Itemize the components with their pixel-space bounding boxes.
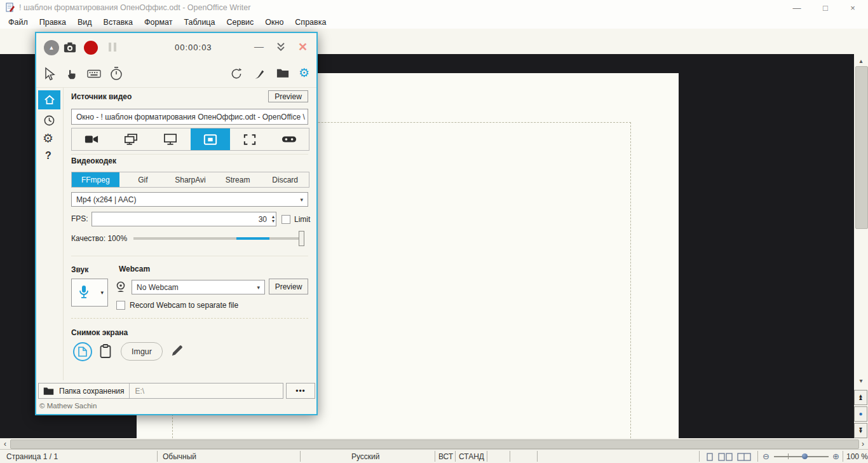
- record-webcam-label: Record Webcam to separate file: [130, 301, 238, 310]
- edit-pencil-icon[interactable]: [171, 344, 184, 357]
- scroll-right-button[interactable]: ›: [858, 439, 867, 448]
- codec-tab[interactable]: Gif: [119, 172, 167, 187]
- previous-page-button[interactable]: ▲▲: [854, 390, 867, 405]
- imgur-upload-button[interactable]: Imgur: [121, 342, 163, 361]
- sidebar-home-button[interactable]: [38, 90, 60, 109]
- horizontal-scrollbar-thumb[interactable]: [10, 439, 859, 449]
- help-button[interactable]: ?: [45, 150, 51, 162]
- source-region-button[interactable]: [230, 128, 269, 150]
- menu-item[interactable]: Формат: [139, 16, 178, 29]
- codec-tab[interactable]: Discard: [261, 172, 309, 187]
- pause-button[interactable]: [107, 43, 118, 54]
- video-codec-label: Видеокодек: [71, 156, 116, 165]
- book-view-icon[interactable]: [737, 453, 751, 461]
- webcam-preview-button[interactable]: Preview: [269, 279, 308, 294]
- audio-label: Звук: [71, 265, 88, 274]
- window-close-button[interactable]: ×: [839, 0, 867, 16]
- recent-history-icon[interactable]: [43, 114, 55, 127]
- home-icon: [44, 95, 55, 105]
- codec-tab[interactable]: SharpAvi: [166, 172, 214, 187]
- horizontal-scrollbar[interactable]: ‹ ›: [0, 438, 868, 449]
- screens-icon: [124, 134, 138, 146]
- zoom-slider-thumb[interactable]: [802, 453, 808, 459]
- window-maximize-button[interactable]: □: [811, 0, 839, 16]
- video-source-combobox[interactable]: Окно - ! шаблон форматирования ОпенОффис…: [71, 109, 308, 125]
- zoom-slider[interactable]: [774, 456, 829, 457]
- record-button[interactable]: [84, 41, 98, 55]
- fps-spinner[interactable]: ▴ ▾: [272, 215, 275, 223]
- quality-slider-track[interactable]: [133, 237, 301, 240]
- codec-tab[interactable]: Stream: [214, 172, 262, 187]
- zoom-slider-tick: [788, 453, 789, 459]
- menu-item[interactable]: Таблица: [178, 16, 220, 29]
- zoom-level[interactable]: 100 %: [846, 452, 868, 461]
- statusbar: Страница 1 / 1 Обычный Русский ВСТ СТАНД…: [0, 449, 868, 463]
- page-count: Страница 1 / 1: [6, 452, 58, 461]
- delay-timer-icon[interactable]: [110, 66, 123, 81]
- source-window-button[interactable]: [191, 128, 230, 150]
- next-page-button[interactable]: ▼▼: [854, 423, 867, 438]
- sidebar-settings-gear-icon[interactable]: ⚙: [43, 131, 53, 146]
- zoom-in-button[interactable]: ⊕: [832, 452, 839, 461]
- window-minimize-button[interactable]: —: [783, 0, 811, 16]
- refresh-icon[interactable]: [230, 67, 243, 81]
- clipboard-icon[interactable]: [100, 344, 111, 359]
- source-camcorder-button[interactable]: [72, 128, 111, 150]
- menu-item[interactable]: Файл: [3, 16, 34, 29]
- menu-item[interactable]: Справка: [289, 16, 332, 29]
- clicks-icon[interactable]: [65, 67, 78, 81]
- zoom-out-button[interactable]: ⊖: [763, 452, 770, 461]
- camcorder-icon: [85, 134, 98, 144]
- captura-menu-button[interactable]: ▲: [44, 40, 59, 55]
- source-preview-button[interactable]: Preview: [268, 90, 308, 102]
- vertical-scrollbar[interactable]: ▴ ▾ ▲▲ ● ▼▼: [854, 54, 868, 438]
- single-page-view-icon[interactable]: [705, 453, 714, 461]
- navigation-button[interactable]: ●: [854, 406, 867, 422]
- webcam-icon: [115, 281, 126, 294]
- browse-folder-button[interactable]: •••: [286, 383, 315, 399]
- captura-settings-gear-icon[interactable]: ⚙: [299, 66, 309, 80]
- cursor-icon[interactable]: [43, 67, 55, 81]
- codec-tab[interactable]: FFmpeg: [72, 172, 119, 187]
- captura-close-button[interactable]: ✕: [298, 40, 308, 54]
- language-selector[interactable]: Русский: [351, 452, 380, 461]
- vertical-scrollbar-thumb[interactable]: [855, 66, 868, 229]
- source-game-button[interactable]: [269, 128, 309, 150]
- menu-item[interactable]: Вставка: [98, 16, 139, 29]
- page-style[interactable]: Обычный: [163, 452, 196, 461]
- menu-item[interactable]: Правка: [34, 16, 72, 29]
- microphone-selector[interactable]: ▾: [71, 279, 108, 307]
- insert-mode[interactable]: ВСТ: [438, 452, 453, 461]
- webcam-combobox[interactable]: No Webcam ▾: [132, 280, 265, 294]
- screenshot-camera-icon[interactable]: [63, 41, 77, 54]
- fps-limit-checkbox[interactable]: [281, 215, 290, 224]
- multi-page-view-icon[interactable]: [718, 453, 733, 461]
- fps-input[interactable]: 30 ▴ ▾: [92, 212, 276, 226]
- keystrokes-icon[interactable]: [87, 69, 101, 78]
- screenshot-label: Снимок экрана: [71, 328, 128, 337]
- scroll-up-button[interactable]: ▴: [854, 55, 868, 66]
- save-folder-bar[interactable]: Папка сохранения E:\: [38, 383, 283, 399]
- menu-item[interactable]: Вид: [72, 16, 98, 29]
- monitor-icon: [163, 134, 177, 146]
- scroll-down-button[interactable]: ▾: [854, 375, 868, 385]
- captura-minimize-button[interactable]: —: [254, 41, 264, 52]
- source-screen-button[interactable]: [151, 128, 190, 150]
- selection-mode[interactable]: СТАНД: [459, 452, 484, 461]
- format-combobox[interactable]: Mp4 (x264 | AAC) ▾: [71, 192, 308, 207]
- scroll-left-button[interactable]: ‹: [1, 439, 10, 448]
- record-webcam-checkbox[interactable]: [116, 301, 125, 310]
- captura-sidebar: ⚙ ?: [36, 88, 64, 380]
- menu-item[interactable]: Сервис: [220, 16, 259, 29]
- output-folder-icon[interactable]: [276, 67, 289, 79]
- menu-item[interactable]: Окно: [259, 16, 289, 29]
- brush-icon[interactable]: [254, 67, 266, 81]
- expand-chevrons-icon[interactable]: [276, 42, 286, 52]
- captura-copyright: © Mathew Sachin: [39, 402, 97, 410]
- quality-slider-thumb[interactable]: [299, 231, 304, 246]
- screenshot-to-file-button[interactable]: [73, 342, 92, 361]
- writer-app-icon: [5, 3, 15, 13]
- save-folder-icon: [43, 387, 54, 396]
- save-folder-path[interactable]: E:\: [135, 387, 144, 396]
- source-all-screens-button[interactable]: [111, 128, 151, 150]
